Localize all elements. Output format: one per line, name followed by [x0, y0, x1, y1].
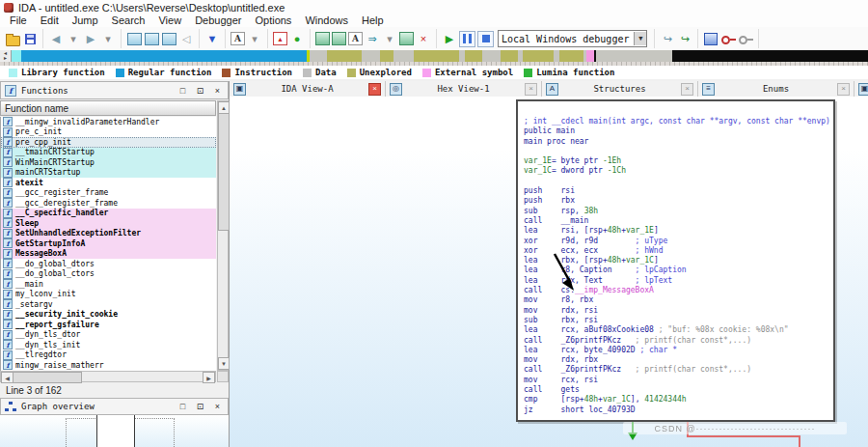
list-item[interactable]: fWinMainCRTStartup [1, 157, 216, 168]
list-item[interactable]: fpre_cpp_init [1, 137, 216, 148]
asm-line[interactable]: mov rdx, rsi [524, 306, 833, 316]
debug-windows-icon[interactable] [703, 31, 719, 46]
function-list-hscrollbar[interactable]: ◀ ▶ [0, 371, 216, 382]
asm-line[interactable]: var_1E= byte ptr -1Eh [524, 156, 833, 166]
close-icon[interactable]: × [837, 83, 850, 96]
attach-key-icon[interactable] [720, 31, 736, 46]
pause-process-icon[interactable] [459, 31, 475, 47]
asm-line[interactable]: jz short loc_40793D [524, 405, 833, 415]
asm-line[interactable]: call __main [524, 216, 833, 226]
asm-line[interactable]: call gets [524, 385, 833, 395]
asm-line[interactable]: lea rsi, [rsp+48h+var_1E] [524, 226, 833, 236]
asm-line[interactable]: mov rcx, rsi [524, 376, 833, 385]
float-icon[interactable]: ⊡ [194, 402, 206, 411]
list-item[interactable]: f__dyn_tls_dtor [1, 330, 216, 341]
list-item[interactable]: fmainCRTStartup [1, 168, 216, 179]
back-icon[interactable]: ◀ [48, 31, 64, 46]
stop-process-icon[interactable] [477, 31, 494, 47]
list-item[interactable]: f__report_gsfailure [1, 320, 216, 330]
asm-line[interactable] [524, 147, 833, 156]
menu-options[interactable]: Options [248, 14, 298, 27]
names-window-icon[interactable]: A [348, 32, 363, 45]
jump-by-name-icon[interactable] [126, 31, 142, 46]
asm-line[interactable]: xor r9d, r9d ; uType [524, 237, 833, 246]
graph-overview-canvas[interactable] [0, 415, 229, 447]
list-item[interactable]: fSleep [1, 218, 216, 229]
menu-search[interactable]: Search [105, 14, 152, 27]
list-item[interactable]: f__tlregdtor [1, 350, 216, 361]
trace-window-icon[interactable] [315, 32, 330, 45]
close-icon[interactable]: × [681, 83, 693, 96]
menu-help[interactable]: Help [355, 14, 391, 27]
jump-return-icon[interactable]: ◁ [178, 31, 194, 46]
asm-line[interactable]: public main [524, 126, 833, 136]
asm-line[interactable]: ; int __cdecl main(int argc, const char … [524, 117, 833, 126]
list-item[interactable]: fmingw_raise_matherr [1, 360, 216, 371]
list-item[interactable]: fGetStartupInfoA [1, 238, 216, 249]
open-file-icon[interactable] [5, 31, 20, 46]
resume-icon[interactable]: ● [289, 31, 305, 46]
maximize-icon[interactable]: □ [176, 402, 189, 411]
trace-dropdown-icon[interactable]: ▾ [382, 31, 397, 46]
step-into-icon[interactable]: ↪ [660, 31, 675, 46]
list-item[interactable]: fmy_lconv_init [1, 290, 216, 300]
asm-line[interactable]: var_1C= dword ptr -1Ch [524, 166, 833, 176]
asm-line[interactable]: mov r8, rbx [524, 295, 833, 305]
scroll-right-icon[interactable]: ▶ [203, 372, 215, 383]
asm-line[interactable]: lea rcx, byte_40902D ; char * [524, 346, 833, 355]
asm-line[interactable]: cmp [rsp+48h+var_1C], 41424344h [524, 395, 833, 405]
list-item[interactable]: fSetUnhandledExceptionFilter [1, 229, 216, 239]
close-icon[interactable]: × [211, 86, 224, 96]
detach-key-icon[interactable] [738, 31, 753, 46]
list-item[interactable]: f__do_global_ctors [1, 269, 216, 280]
breakpoint-list-icon[interactable]: ▲ [273, 32, 287, 45]
close-debugger-icon[interactable]: × [416, 31, 431, 46]
menu-file[interactable]: File [3, 14, 34, 27]
vscrollbar-thumb[interactable] [218, 113, 230, 231]
close-icon[interactable]: × [525, 83, 537, 96]
stack-view-icon[interactable] [332, 32, 346, 45]
list-item[interactable]: f__security_init_cookie [1, 310, 216, 321]
function-list-vscrollbar[interactable]: ▲ ▼ [217, 100, 229, 371]
start-process-icon[interactable]: ▶ [442, 31, 457, 46]
navband-arrows-icon[interactable]: ◂▸ [0, 50, 12, 62]
list-item[interactable]: fpre_c_init [1, 127, 216, 138]
tab-ida-view-a[interactable]: ▣IDA View-A× [230, 81, 386, 97]
graph-overview-header[interactable]: Graph overview □ ⊡ × [0, 398, 229, 415]
chevron-down-icon[interactable]: ▼ [634, 32, 646, 45]
menu-debugger[interactable]: Debugger [188, 14, 248, 27]
tab-enums[interactable]: ≡Enums× [698, 81, 854, 97]
list-item[interactable]: f__gcc_deregister_frame [1, 198, 216, 209]
jump-to-function-icon[interactable] [144, 31, 159, 46]
search-text-icon[interactable]: A [231, 32, 245, 45]
list-item[interactable]: f__do_global_dtors [1, 259, 216, 269]
asm-line[interactable]: sub rsp, 38h [524, 207, 833, 216]
navigation-band[interactable]: ◂▸ [0, 50, 868, 62]
float-icon[interactable]: ⊡ [194, 86, 206, 96]
forward-dropdown-icon[interactable]: ▾ [100, 31, 116, 46]
list-item[interactable]: f__C_specific_handler [1, 209, 216, 219]
list-item[interactable]: fatexit [1, 178, 216, 188]
asm-line[interactable]: push rsi [524, 186, 833, 196]
list-item[interactable]: f_setargv [1, 299, 216, 310]
function-name-column-header[interactable]: Function name [0, 100, 216, 116]
hscrollbar-thumb[interactable] [13, 372, 82, 383]
close-icon[interactable]: × [368, 83, 381, 96]
list-item[interactable]: f__tmainCRTStartup [1, 148, 216, 158]
close-icon[interactable]: × [211, 402, 224, 411]
menu-edit[interactable]: Edit [34, 14, 66, 27]
asm-line[interactable]: main proc near [524, 137, 833, 147]
save-icon[interactable] [22, 31, 38, 46]
scroll-down-icon[interactable]: ▼ [218, 357, 230, 370]
asm-line[interactable]: sub rbx, rsi [524, 316, 833, 325]
menu-view[interactable]: View [151, 14, 188, 27]
asm-line[interactable]: mov rdx, rbx [524, 355, 833, 365]
asm-line[interactable]: call _Z6printfPKcz ; printf(char const*,… [524, 336, 833, 346]
asm-line[interactable]: call _Z6printfPKcz ; printf(char const*,… [524, 365, 833, 375]
asm-line[interactable] [524, 177, 833, 186]
tab-partial[interactable]: ▣ [854, 81, 868, 97]
list-item[interactable]: f__gcc_register_frame [1, 188, 216, 199]
list-item[interactable]: f__mingw_invalidParameterHandler [1, 117, 216, 127]
forward-icon[interactable]: ▶ [83, 31, 98, 46]
list-item[interactable]: f__dyn_tls_init [1, 340, 216, 350]
